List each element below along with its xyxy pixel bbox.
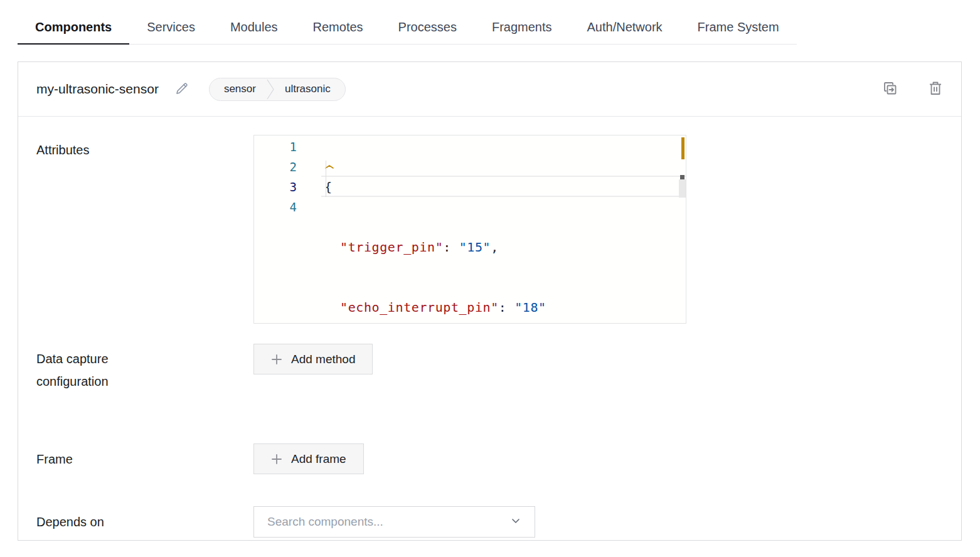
- data-capture-label: Data capture configuration: [36, 344, 253, 393]
- depends-on-select[interactable]: Search components...: [253, 506, 535, 538]
- add-frame-label: Add frame: [291, 452, 346, 466]
- tab-services[interactable]: Services: [129, 11, 213, 45]
- component-card-header: my-ultrasonic-sensor sensor ultrasonic: [18, 62, 961, 117]
- attributes-row: Attributes 1 2 3 4 { "trigger_pin": "15"…: [36, 135, 943, 324]
- code-line: {: [324, 177, 676, 197]
- tab-label: Processes: [398, 20, 457, 34]
- add-method-button[interactable]: Add method: [253, 344, 373, 374]
- duplicate-button[interactable]: [882, 80, 898, 98]
- config-tab-bar: Components Services Modules Remotes Proc…: [0, 11, 980, 45]
- line-number: 4: [254, 197, 324, 217]
- line-number: 1: [254, 137, 324, 157]
- editor-indent-guide: [326, 161, 326, 197]
- component-type: sensor: [210, 83, 266, 95]
- component-card: my-ultrasonic-sensor sensor ultrasonic: [18, 61, 962, 541]
- component-name: my-ultrasonic-sensor: [36, 82, 159, 97]
- tab-modules[interactable]: Modules: [213, 11, 296, 45]
- frame-row: Frame Add frame: [36, 443, 943, 474]
- data-capture-row: Data capture configuration Add method: [36, 344, 943, 393]
- tab-label: Fragments: [492, 20, 552, 34]
- tab-frame-system[interactable]: Frame System: [680, 11, 797, 45]
- plus-icon: [271, 454, 282, 465]
- tab-label: Services: [147, 20, 195, 34]
- attributes-json-editor[interactable]: 1 2 3 4 { "trigger_pin": "15", "echo_int…: [253, 135, 686, 324]
- tab-processes[interactable]: Processes: [381, 11, 474, 45]
- tab-auth-network[interactable]: Auth/Network: [570, 11, 680, 45]
- pencil-icon: [174, 81, 189, 98]
- add-method-label: Add method: [291, 353, 355, 366]
- tab-label: Auth/Network: [587, 20, 663, 34]
- editor-code: { "trigger_pin": "15", "echo_interrupt_p…: [324, 137, 676, 324]
- trash-icon: [928, 80, 943, 98]
- frame-label: Frame: [36, 448, 253, 470]
- tab-label: Modules: [230, 20, 278, 34]
- tab-label: Components: [35, 20, 112, 34]
- depends-on-row: Depends on Search components...: [36, 506, 943, 538]
- line-number-active: 3: [254, 177, 324, 197]
- chevron-right-icon: [266, 78, 275, 101]
- overview-ruler-cursor-marker: [680, 175, 684, 179]
- chevron-down-icon: [510, 515, 521, 529]
- editor-line-numbers: 1 2 3 4: [254, 137, 324, 217]
- editor-scrollbar-thumb[interactable]: [679, 179, 686, 198]
- tab-label: Remotes: [313, 20, 363, 34]
- tab-remotes[interactable]: Remotes: [296, 11, 381, 45]
- line-number: 2: [254, 157, 324, 177]
- add-frame-button[interactable]: Add frame: [253, 443, 364, 474]
- component-model: ultrasonic: [275, 83, 345, 95]
- code-line: "trigger_pin": "15",: [324, 237, 676, 257]
- depends-on-label: Depends on: [36, 511, 253, 533]
- tab-components[interactable]: Components: [18, 11, 129, 45]
- delete-button[interactable]: [928, 80, 943, 98]
- tab-label: Frame System: [698, 20, 779, 34]
- overview-ruler-warning-marker: [681, 137, 684, 159]
- code-line: "echo_interrupt_pin": "18": [324, 297, 676, 317]
- component-card-body: Attributes 1 2 3 4 { "trigger_pin": "15"…: [18, 135, 961, 538]
- tab-fragments[interactable]: Fragments: [474, 11, 570, 45]
- duplicate-icon: [882, 80, 898, 98]
- component-type-badge: sensor ultrasonic: [209, 78, 346, 101]
- card-actions: [882, 80, 943, 98]
- attributes-label: Attributes: [36, 135, 253, 161]
- edit-name-button[interactable]: [174, 81, 189, 98]
- depends-on-placeholder: Search components...: [267, 515, 510, 529]
- plus-icon: [271, 354, 282, 365]
